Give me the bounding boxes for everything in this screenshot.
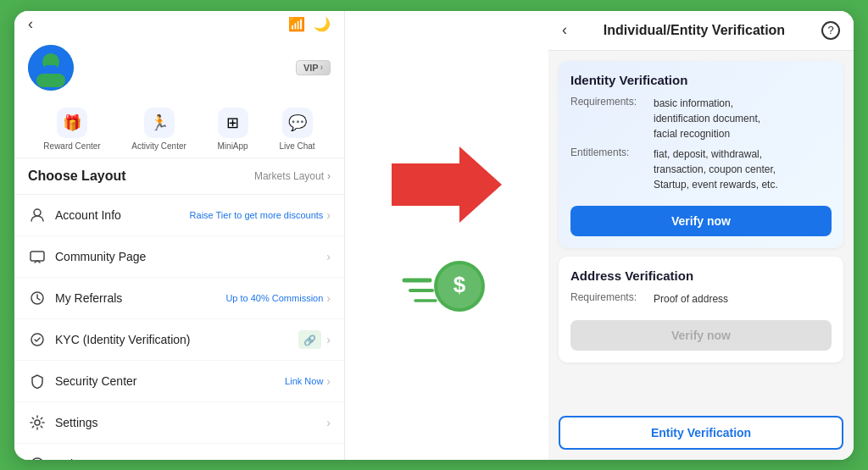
settings-menu-item[interactable]: Settings › — [14, 402, 344, 444]
middle-area: $ — [345, 11, 548, 460]
svg-point-4 — [34, 209, 41, 216]
account-info-menu-item[interactable]: Account Info Raise Tier to get more disc… — [14, 195, 344, 236]
right-panel-title: Individual/Entity Verification — [567, 23, 821, 38]
identity-requirements-label: Requirements: — [570, 96, 647, 141]
miniapp-label: MiniApp — [218, 141, 248, 151]
my-referrals-menu-item[interactable]: My Referrals Up to 40% Commission › — [14, 278, 344, 319]
help-circle-button[interactable]: ? — [821, 21, 840, 40]
security-icon — [28, 372, 47, 390]
address-verify-now-button: Verify now — [570, 320, 832, 351]
kyc-text: KYC (Identity Verification) — [55, 333, 298, 346]
help-icon — [28, 455, 47, 460]
referrals-icon — [28, 289, 47, 307]
nav-icons: 🎁 Reward Center 🏃 Activity Center ⊞ Mini… — [14, 101, 344, 158]
arrow-graphic — [392, 147, 502, 223]
reward-icon: 🎁 — [57, 108, 87, 138]
identity-requirements-row: Requirements: basic information,identifi… — [570, 96, 832, 141]
svg-point-8 — [35, 420, 40, 425]
activity-label: Activity Center — [131, 141, 186, 151]
live-chat-icon: 💬 — [282, 108, 313, 138]
activity-center-button[interactable]: 🏃 Activity Center — [131, 108, 186, 151]
security-badge: Link Now — [285, 376, 323, 386]
svg-marker-13 — [392, 147, 502, 223]
right-header: ‹ Individual/Entity Verification ? — [548, 11, 854, 51]
live-chat-label: Live Chat — [279, 141, 314, 151]
right-content: Identity Verification Requirements: basi… — [548, 51, 854, 460]
profile-section: VIP › — [14, 38, 344, 101]
community-arrow-icon: › — [326, 250, 331, 263]
help-text: Help Center — [55, 457, 326, 460]
security-arrow-icon: › — [326, 374, 331, 388]
menu-list: Account Info Raise Tier to get more disc… — [14, 195, 344, 460]
choose-layout-right: Markets Layout › — [254, 170, 331, 182]
address-card-title: Address Verification — [570, 268, 832, 283]
referrals-arrow-icon: › — [326, 291, 331, 305]
svg-point-9 — [31, 458, 43, 460]
kyc-icon — [28, 330, 47, 349]
settings-arrow-icon: › — [326, 416, 331, 429]
kyc-menu-item[interactable]: KYC (Identity Verification) 🔗 › — [14, 319, 344, 361]
identity-card-title: Identity Verification — [570, 73, 832, 87]
identity-entitlements-row: Entitlements: fiat, deposit, withdrawal,… — [570, 147, 832, 192]
theme-icon[interactable]: 🌙 — [314, 16, 331, 32]
kyc-arrow-icon: › — [326, 333, 331, 346]
miniapp-button[interactable]: ⊞ MiniApp — [218, 108, 248, 151]
address-requirements-row: Requirements: Proof of address — [570, 291, 832, 307]
community-text: Community Page — [55, 250, 326, 263]
back-icon[interactable]: ‹ — [28, 15, 33, 33]
vip-arrow-icon: › — [320, 63, 323, 72]
account-info-text: Account Info — [55, 208, 190, 222]
kyc-status-badge: 🔗 — [298, 330, 321, 349]
settings-text: Settings — [55, 416, 326, 429]
svg-rect-3 — [45, 65, 57, 72]
status-bar: ‹ 📶 🌙 — [14, 11, 344, 38]
svg-text:$: $ — [453, 272, 466, 297]
referrals-badge: Up to 40% Commission — [225, 293, 323, 303]
identity-verify-now-button[interactable]: Verify now — [570, 206, 832, 236]
address-verification-card: Address Verification Requirements: Proof… — [559, 257, 843, 362]
identity-requirements-value: basic information,identification documen… — [654, 96, 760, 141]
reward-label: Reward Center — [43, 141, 100, 151]
activity-icon: 🏃 — [144, 108, 175, 138]
community-icon — [28, 247, 47, 266]
security-text: Security Center — [55, 374, 285, 388]
security-center-menu-item[interactable]: Security Center Link Now › — [14, 361, 344, 402]
address-requirements-value: Proof of address — [654, 291, 728, 307]
help-center-menu-item[interactable]: Help Center › — [14, 444, 344, 460]
account-info-arrow-icon: › — [326, 208, 331, 222]
left-panel: ‹ 📶 🌙 VIP › — [14, 11, 345, 460]
reward-center-button[interactable]: 🎁 Reward Center — [43, 108, 100, 151]
choose-layout[interactable]: Choose Layout Markets Layout › — [14, 158, 344, 195]
identity-verification-card: Identity Verification Requirements: basi… — [559, 61, 843, 248]
choose-layout-title: Choose Layout — [28, 169, 126, 184]
live-chat-button[interactable]: 💬 Live Chat — [279, 108, 314, 151]
identity-entitlements-value: fiat, deposit, withdrawal,transaction, c… — [654, 147, 778, 192]
settings-icon — [28, 413, 47, 432]
money-icon: $ — [400, 248, 493, 323]
entity-verification-button[interactable]: Entity Verification — [559, 416, 843, 450]
account-info-icon — [28, 206, 47, 224]
account-info-badge: Raise Tier to get more discounts — [190, 210, 324, 220]
address-requirements-label: Requirements: — [570, 291, 647, 307]
referrals-text: My Referrals — [55, 291, 225, 305]
community-page-menu-item[interactable]: Community Page › — [14, 236, 344, 278]
signal-icon: 📶 — [288, 16, 305, 32]
choose-layout-arrow-icon: › — [327, 170, 331, 182]
help-arrow-icon: › — [326, 457, 331, 460]
right-panel: ‹ Individual/Entity Verification ? Ident… — [548, 11, 854, 460]
miniapp-icon: ⊞ — [218, 108, 248, 138]
avatar[interactable] — [28, 45, 74, 91]
identity-entitlements-label: Entitlements: — [570, 147, 647, 192]
svg-rect-5 — [31, 252, 44, 261]
svg-rect-2 — [36, 74, 65, 87]
vip-badge[interactable]: VIP › — [296, 60, 331, 75]
